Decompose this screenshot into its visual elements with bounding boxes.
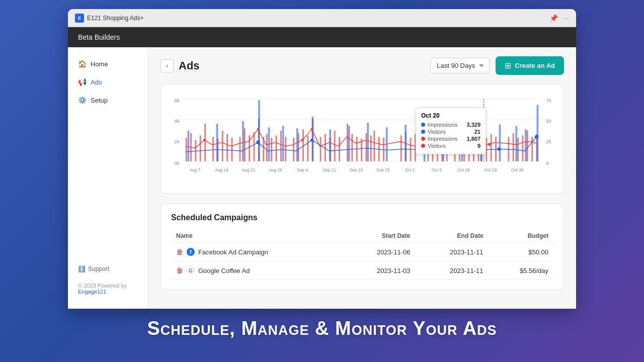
svg-point-108: [497, 147, 501, 151]
svg-text:Aug 7: Aug 7: [190, 167, 201, 172]
support-circle-icon: ℹ️: [78, 265, 86, 273]
svg-rect-69: [491, 134, 492, 161]
svg-text:Sep 18: Sep 18: [349, 167, 363, 172]
svg-rect-97: [525, 129, 527, 161]
svg-rect-75: [527, 131, 528, 161]
delete-google-campaign-icon[interactable]: 🗑: [176, 266, 183, 275]
svg-text:Aug 21: Aug 21: [242, 167, 256, 172]
svg-text:Oct 16: Oct 16: [457, 167, 470, 172]
svg-text:4k: 4k: [175, 119, 180, 124]
svg-rect-42: [339, 137, 340, 161]
ads-icon: 📢: [78, 78, 87, 86]
sidebar-label-setup: Setup: [91, 97, 108, 104]
svg-text:25: 25: [546, 139, 551, 144]
support-link[interactable]: ℹ️ Support: [78, 265, 138, 273]
browser-controls: 📌 ···: [549, 14, 569, 22]
fb-impressions-label: Impressions: [428, 122, 464, 128]
campaigns-card: Scheduled Campaigns Name Start Date End …: [160, 204, 564, 290]
sidebar-item-home[interactable]: 🏠 Home: [68, 55, 148, 72]
g-visitors-val: 9: [477, 143, 480, 149]
g-impressions-dot: [421, 137, 425, 141]
pin-icon[interactable]: 📌: [549, 14, 558, 22]
svg-text:Sep 11: Sep 11: [323, 167, 336, 172]
more-icon[interactable]: ···: [563, 14, 569, 22]
svg-rect-96: [515, 126, 517, 161]
header-actions: Last 90 Days Last 7 Days Last 30 Days La…: [430, 56, 564, 75]
svg-rect-72: [513, 133, 514, 161]
browser-titlebar: E E121 Shopping Ads+ 📌 ···: [68, 9, 576, 27]
page-title: Ads: [179, 59, 200, 72]
svg-rect-87: [348, 126, 350, 161]
svg-rect-23: [244, 128, 246, 161]
engage121-link[interactable]: Engage121: [78, 289, 106, 295]
svg-rect-86: [329, 129, 331, 161]
g-impressions-label: Impressions: [428, 136, 464, 142]
svg-rect-20: [226, 134, 228, 161]
svg-text:6k: 6k: [175, 98, 180, 103]
google-icon: G: [187, 266, 195, 275]
svg-rect-29: [271, 138, 272, 161]
svg-rect-32: [285, 137, 286, 161]
svg-text:0: 0: [546, 161, 548, 166]
svg-rect-14: [195, 140, 197, 161]
col-end-date: End Date: [415, 229, 488, 243]
g-visitors-label: Visitors: [428, 143, 475, 149]
fb-impressions-dot: [421, 123, 425, 127]
fb-impressions-val: 3,329: [466, 122, 480, 128]
sidebar-label-home: Home: [91, 60, 108, 68]
fb-end-date: 2023-11-11: [415, 243, 488, 261]
setup-icon: ⚙️: [78, 96, 87, 104]
svg-rect-30: [276, 135, 277, 161]
chart-card: 6k 4k 2k 0k 75 50 25 0: [160, 84, 564, 194]
svg-text:50: 50: [546, 119, 551, 124]
page-header: ‹ Ads Last 90 Days Last 7 Days Last 30 D…: [160, 56, 564, 75]
page-title-row: ‹ Ads: [160, 59, 200, 72]
fb-start-date: 2023-11-06: [342, 243, 415, 261]
create-ad-button[interactable]: ⊞ Create an Ad: [496, 56, 564, 75]
svg-text:2k: 2k: [175, 139, 180, 144]
content-area: ‹ Ads Last 90 Days Last 7 Days Last 30 D…: [148, 47, 576, 309]
svg-rect-79: [216, 124, 218, 161]
svg-text:Oct 30: Oct 30: [511, 167, 524, 172]
svg-rect-38: [320, 137, 321, 161]
col-name: Name: [171, 229, 342, 243]
col-budget: Budget: [489, 229, 553, 243]
svg-point-101: [301, 139, 304, 141]
date-filter-select[interactable]: Last 90 Days Last 7 Days Last 30 Days La…: [430, 58, 490, 73]
fb-visitors-dot: [421, 130, 425, 134]
svg-point-106: [310, 139, 313, 142]
svg-rect-31: [280, 131, 282, 161]
svg-point-102: [310, 128, 313, 131]
sidebar-item-setup[interactable]: ⚙️ Setup: [68, 92, 148, 109]
plus-icon: ⊞: [505, 61, 511, 70]
back-button[interactable]: ‹: [160, 59, 174, 72]
tooltip-row-fb-impressions: Impressions 3,329: [421, 122, 480, 128]
svg-text:0k: 0k: [175, 161, 180, 166]
delete-fb-campaign-icon[interactable]: 🗑: [176, 248, 183, 256]
google-campaign-name: Google Coffee Ad: [198, 267, 250, 275]
sidebar: 🏠 Home 📢 Ads ⚙️ Setup ℹ️: [68, 47, 148, 309]
app-logo: E: [75, 14, 84, 23]
svg-text:Sep 4: Sep 4: [297, 167, 308, 172]
svg-rect-28: [266, 134, 268, 161]
sidebar-item-ads[interactable]: 📢 Ads: [68, 73, 148, 90]
campaign-name-cell: 🗑 f Facebook Ad Campaign: [171, 243, 342, 261]
svg-rect-21: [231, 138, 233, 161]
fb-campaign-name: Facebook Ad Campaign: [198, 248, 268, 256]
svg-rect-44: [351, 134, 353, 161]
tooltip-row-g-impressions: Impressions 1,807: [421, 136, 480, 142]
tagline: Schedule, Manage & Monitor Your Ads: [147, 318, 497, 339]
svg-rect-19: [222, 131, 223, 161]
campaigns-table: Name Start Date End Date Budget 🗑: [171, 229, 553, 280]
svg-rect-43: [347, 124, 348, 161]
chart-svg-wrap: 6k 4k 2k 0k 75 50 25 0: [169, 93, 555, 185]
svg-rect-15: [200, 135, 201, 161]
campaigns-title: Scheduled Campaigns: [171, 213, 553, 222]
svg-text:Aug 14: Aug 14: [215, 167, 229, 172]
create-ad-label: Create an Ad: [515, 62, 555, 69]
main-layout: 🏠 Home 📢 Ads ⚙️ Setup ℹ️: [68, 47, 576, 309]
svg-rect-41: [334, 131, 336, 161]
home-icon: 🏠: [78, 60, 87, 68]
support-label: Support: [88, 265, 109, 273]
svg-text:75: 75: [546, 98, 551, 103]
